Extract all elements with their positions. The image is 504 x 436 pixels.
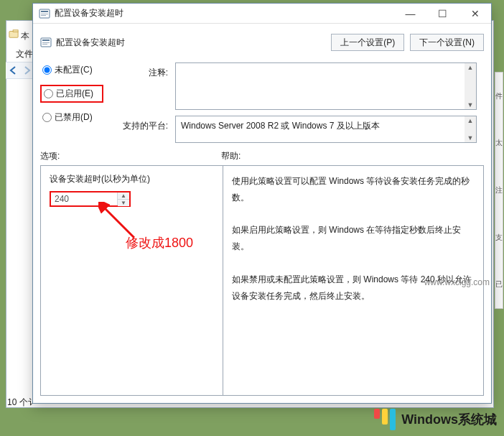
- parent-tab-label: 本: [21, 31, 29, 41]
- timeout-spinner[interactable]: ▲ ▼: [50, 191, 131, 207]
- platform-text: Windows Server 2008 R2 或 Windows 7 及以上版本: [176, 116, 476, 136]
- radio-enabled-label: 已启用(E): [56, 88, 93, 100]
- tab-icon: [9, 29, 19, 39]
- radio-not-configured-label: 未配置(C): [55, 64, 93, 76]
- scroll-down-icon[interactable]: ▼: [467, 134, 474, 142]
- radio-not-configured-input[interactable]: [42, 65, 52, 75]
- svg-rect-9: [42, 44, 47, 45]
- radio-disabled[interactable]: 已禁用(D): [40, 110, 103, 125]
- policy-icon: [39, 8, 50, 19]
- comment-scrollbar[interactable]: ▲▼: [465, 63, 476, 109]
- radio-enabled-input[interactable]: [44, 89, 53, 98]
- svg-rect-8: [42, 42, 50, 43]
- help-p3: 如果禁用或未配置此策略设置，则 Windows 等待 240 秒以允许设备安装任…: [232, 272, 475, 305]
- radio-enabled[interactable]: 已启用(E): [40, 85, 103, 103]
- timeout-input[interactable]: [51, 193, 117, 205]
- forward-icon[interactable]: [21, 65, 32, 76]
- radio-disabled-input[interactable]: [42, 113, 52, 122]
- annotation-arrow-icon: [98, 202, 141, 245]
- window-title: 配置设备安装超时: [55, 7, 394, 19]
- parent-toolbar: [6, 62, 34, 79]
- comment-box[interactable]: ▲▼: [175, 62, 477, 110]
- help-p2: 如果启用此策略设置，则 Windows 在等待指定秒数后终止安装。: [232, 222, 475, 255]
- options-heading: 选项:: [40, 150, 221, 162]
- timeout-label: 设备安装超时(以秒为单位): [50, 173, 214, 185]
- spin-up-icon[interactable]: ▲: [118, 193, 129, 200]
- help-p1: 使用此策略设置可以配置 Windows 等待设备安装任务完成的秒数。: [232, 173, 475, 206]
- back-icon[interactable]: [8, 65, 19, 76]
- help-heading: 帮助:: [221, 150, 241, 162]
- svg-rect-5: [41, 15, 46, 16]
- gp-dialog: 配置设备安装超时 — ☐ ✕ 配置设备安装超时 上一个设置(P) 下一个设置(N…: [32, 3, 492, 404]
- subheader-title: 配置设备安装超时: [56, 37, 331, 49]
- parent-tab: 本: [9, 29, 29, 42]
- svg-rect-7: [42, 40, 50, 41]
- scroll-up-icon[interactable]: ▲: [467, 63, 474, 72]
- options-panel: 设备安装超时(以秒为单位) ▲ ▼ 修改成1800: [40, 165, 223, 396]
- svg-line-10: [103, 206, 134, 238]
- maximize-button[interactable]: ☐: [426, 4, 459, 24]
- titlebar[interactable]: 配置设备安装超时 — ☐ ✕: [33, 4, 491, 24]
- help-panel: 使用此策略设置可以配置 Windows 等待设备安装任务完成的秒数。 如果启用此…: [223, 165, 484, 396]
- svg-rect-3: [41, 11, 48, 12]
- spin-down-icon[interactable]: ▼: [118, 200, 129, 206]
- side-strip: 件 太 注 支 已: [495, 72, 503, 309]
- scroll-up-icon[interactable]: ▲: [467, 116, 474, 125]
- watermark-brand: Windows系统城: [401, 411, 497, 428]
- radio-not-configured[interactable]: 未配置(C): [40, 62, 103, 78]
- scroll-down-icon[interactable]: ▼: [467, 101, 474, 109]
- watermark-logo: Windows系统城: [374, 409, 497, 430]
- svg-rect-1: [13, 30, 18, 32]
- comment-label: 注释:: [121, 62, 168, 79]
- platform-box: Windows Server 2008 R2 或 Windows 7 及以上版本…: [175, 116, 477, 143]
- radio-disabled-label: 已禁用(D): [55, 111, 93, 124]
- annotation-text: 修改成1800: [126, 234, 193, 251]
- minimize-button[interactable]: —: [394, 4, 426, 24]
- svg-rect-4: [41, 14, 48, 14]
- policy-icon: [40, 37, 52, 48]
- subheader: 配置设备安装超时 上一个设置(P) 下一个设置(N): [33, 24, 491, 61]
- menu-file[interactable]: 文件: [16, 48, 33, 60]
- platform-label: 支持的平台:: [121, 116, 168, 132]
- prev-setting-button[interactable]: 上一个设置(P): [331, 34, 404, 51]
- next-setting-button[interactable]: 下一个设置(N): [410, 34, 484, 51]
- state-radios: 未配置(C) 已启用(E) 已禁用(D): [40, 62, 103, 143]
- close-button[interactable]: ✕: [459, 4, 491, 24]
- platform-scrollbar[interactable]: ▲▼: [465, 116, 476, 142]
